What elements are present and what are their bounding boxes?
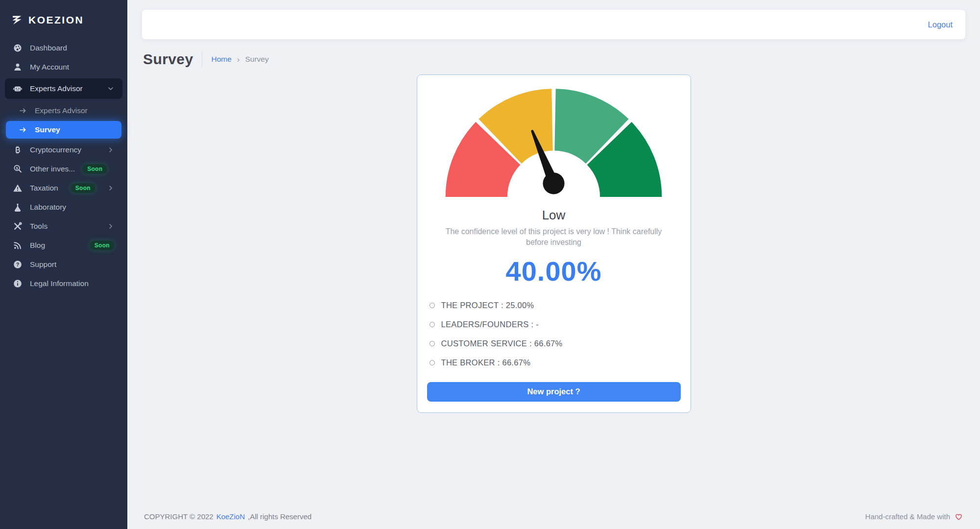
dashboard-icon bbox=[13, 43, 23, 53]
page-header: Survey Home › Survey bbox=[142, 51, 965, 68]
circle-bullet-icon bbox=[430, 360, 435, 365]
search-dollar-icon: $ bbox=[13, 164, 23, 174]
sidebar-item-label: Legal Information bbox=[30, 279, 89, 288]
warning-icon bbox=[13, 183, 23, 193]
sidebar-item-my-account[interactable]: My Account bbox=[5, 58, 122, 76]
confidence-level-label: Low bbox=[542, 208, 566, 223]
breadcrumb-home-link[interactable]: Home bbox=[211, 55, 231, 64]
koezion-footer-link[interactable]: KoeZioN bbox=[216, 512, 245, 521]
sidebar: KOEZION DashboardMy AccountExperts Advis… bbox=[0, 0, 127, 529]
copyright-text: COPYRIGHT © 2022 KoeZioN ,All rights Res… bbox=[144, 512, 311, 521]
breadcrumb-current: Survey bbox=[245, 55, 269, 64]
chevron-down-icon bbox=[107, 85, 115, 93]
main-content: Logout Survey Home › Survey Low The conf… bbox=[127, 0, 980, 529]
koezion-logo-icon bbox=[11, 14, 24, 26]
arrow-right-icon bbox=[19, 106, 27, 115]
copyright-suffix: ,All rights Reserved bbox=[248, 512, 311, 521]
sidebar-item-dashboard[interactable]: Dashboard bbox=[5, 39, 122, 57]
criteria-item: LEADERS/FOUNDERS : - bbox=[427, 315, 681, 334]
title-divider bbox=[202, 51, 202, 67]
flask-icon bbox=[13, 202, 23, 212]
heart-icon bbox=[954, 512, 963, 521]
page-title: Survey bbox=[143, 51, 193, 68]
sidebar-item-label: Experts Advisor bbox=[30, 84, 83, 93]
sidebar-item-laboratory[interactable]: Laboratory bbox=[5, 198, 122, 216]
sidebar-subitem-label: Survey bbox=[35, 125, 60, 134]
robot-icon bbox=[13, 84, 23, 94]
sidebar-item-label: Cryptocurrency bbox=[30, 145, 81, 154]
chevron-right-icon bbox=[107, 146, 115, 154]
user-icon bbox=[13, 62, 23, 72]
breadcrumb: Home › Survey bbox=[211, 55, 268, 64]
criteria-item: CUSTOMER SERVICE : 66.67% bbox=[427, 334, 681, 353]
criteria-text: CUSTOMER SERVICE : 66.67% bbox=[441, 339, 563, 348]
sidebar-item-label: Support bbox=[30, 260, 56, 269]
credits-text: Hand-crafted & Made with bbox=[865, 512, 963, 521]
confidence-gauge-chart bbox=[442, 86, 665, 204]
footer: COPYRIGHT © 2022 KoeZioN ,All rights Res… bbox=[142, 507, 965, 529]
criteria-text: THE BROKER : 66.67% bbox=[441, 358, 531, 367]
arrow-right-icon bbox=[19, 125, 27, 134]
criteria-item: THE PROJECT : 25.00% bbox=[427, 296, 681, 315]
svg-text:$: $ bbox=[16, 166, 18, 170]
sidebar-item-label: My Account bbox=[30, 63, 69, 72]
svg-text:?: ? bbox=[16, 262, 19, 267]
sidebar-item-tools[interactable]: Tools bbox=[5, 217, 122, 236]
sidebar-item-label: Dashboard bbox=[30, 44, 67, 52]
info-icon bbox=[13, 279, 23, 289]
soon-badge: Soon bbox=[90, 240, 115, 250]
question-icon: ? bbox=[13, 260, 23, 269]
criteria-text: LEADERS/FOUNDERS : - bbox=[441, 320, 539, 329]
sidebar-item-support[interactable]: ?Support bbox=[5, 255, 122, 274]
sidebar-item-other-inves[interactable]: $Other inves...Soon bbox=[5, 160, 122, 178]
sidebar-nav: DashboardMy AccountExperts AdvisorExpert… bbox=[0, 38, 127, 293]
topbar: Logout bbox=[142, 10, 965, 39]
sidebar-item-label: Laboratory bbox=[30, 203, 66, 212]
koezion-logo[interactable]: KOEZION bbox=[0, 8, 127, 38]
sidebar-item-legal-information[interactable]: Legal Information bbox=[5, 274, 122, 293]
sidebar-submenu: Experts AdvisorSurvey bbox=[0, 102, 127, 139]
sidebar-subitem-experts-advisor[interactable]: Experts Advisor bbox=[6, 102, 121, 120]
breadcrumb-chevron-icon: › bbox=[237, 55, 240, 64]
logout-link[interactable]: Logout bbox=[928, 20, 953, 29]
tools-icon bbox=[13, 221, 23, 231]
sidebar-item-blog[interactable]: BlogSoon bbox=[5, 236, 122, 255]
sidebar-subitem-label: Experts Advisor bbox=[35, 106, 88, 115]
sidebar-item-label: Other inves... bbox=[30, 165, 75, 173]
rss-icon bbox=[13, 240, 23, 250]
survey-result-card: Low The confidence level of this project… bbox=[417, 74, 691, 413]
new-project-button[interactable]: New project ? bbox=[427, 382, 681, 402]
chevron-right-icon bbox=[107, 222, 115, 230]
circle-bullet-icon bbox=[430, 303, 435, 308]
circle-bullet-icon bbox=[430, 341, 435, 346]
sidebar-item-label: Blog bbox=[30, 241, 45, 250]
sidebar-item-cryptocurrency[interactable]: Cryptocurrency bbox=[5, 141, 122, 159]
bitcoin-icon bbox=[13, 145, 23, 155]
sidebar-item-taxation[interactable]: TaxationSoon bbox=[5, 179, 122, 197]
soon-badge: Soon bbox=[82, 164, 107, 174]
criteria-text: THE PROJECT : 25.00% bbox=[441, 301, 534, 310]
criteria-item: THE BROKER : 66.67% bbox=[427, 353, 681, 372]
koezion-logo-text: KOEZION bbox=[28, 14, 84, 26]
soon-badge: Soon bbox=[71, 183, 96, 193]
sidebar-subitem-survey[interactable]: Survey bbox=[6, 121, 121, 139]
confidence-description: The confidence level of this project is … bbox=[434, 226, 674, 248]
criteria-list: THE PROJECT : 25.00%LEADERS/FOUNDERS : -… bbox=[427, 296, 681, 372]
sidebar-item-label: Tools bbox=[30, 222, 48, 231]
chevron-right-icon bbox=[107, 184, 115, 192]
sidebar-item-experts-advisor[interactable]: Experts Advisor bbox=[5, 78, 122, 99]
copyright-prefix: COPYRIGHT © 2022 bbox=[144, 512, 214, 521]
sidebar-item-label: Taxation bbox=[30, 184, 58, 192]
confidence-score-value: 40.00% bbox=[506, 255, 602, 287]
circle-bullet-icon bbox=[430, 322, 435, 327]
